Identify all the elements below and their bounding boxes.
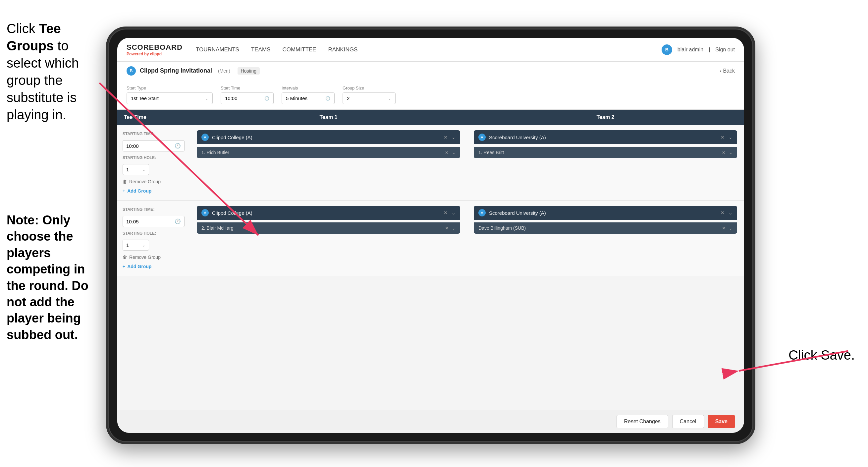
team2-name-2: Scoreboard University (A) (489, 210, 720, 216)
player-actions-2: ✕ ⌄ (722, 150, 733, 155)
remove-player-icon-3[interactable]: ✕ (445, 226, 448, 231)
close-icon[interactable]: ✕ (444, 135, 447, 140)
close-icon-2[interactable]: ✕ (720, 135, 724, 140)
add-group-button-1[interactable]: + Add Group (123, 188, 185, 194)
starting-hole-label-2: STARTING HOLE: (123, 231, 185, 236)
instruction-prefix: Click (7, 21, 39, 36)
team2-header-1[interactable]: A Scoreboard University (A) ✕ ⌄ (474, 130, 737, 144)
start-type-input[interactable]: 1st Tee Start ⌄ (127, 92, 213, 104)
team1-name-2: Clippd College (A) (212, 210, 444, 216)
time-input-2[interactable]: 10:05 🕐 (123, 216, 185, 227)
close-icon-4[interactable]: ✕ (720, 210, 724, 215)
team2-cell-2: A Scoreboard University (A) ✕ ⌄ Dave Bil… (467, 201, 744, 276)
team2-header-2[interactable]: A Scoreboard University (A) ✕ ⌄ (474, 206, 737, 220)
time-input-1[interactable]: 10:00 🕐 (123, 140, 185, 151)
th-team1: Team 1 (190, 110, 467, 125)
player-actions: ✕ ⌄ (445, 150, 456, 155)
player-chevron-icon-4[interactable]: ⌄ (729, 226, 733, 231)
nav-rankings[interactable]: RANKINGS (328, 45, 358, 54)
time-clock-icon-1: 🕐 (175, 143, 181, 149)
plus-icon-2: + (123, 264, 125, 269)
th-tee-time: Tee Time (117, 110, 190, 125)
bottom-toolbar: Reset Changes Cancel Save (117, 410, 744, 433)
player-chevron-icon-3[interactable]: ⌄ (452, 226, 456, 231)
hole-input-1[interactable]: 1 ⌄ (123, 164, 149, 175)
starting-time-label-1: STARTING TIME: (123, 132, 185, 136)
player-row-2-1[interactable]: 1. Rees Britt ✕ ⌄ (474, 147, 737, 158)
player-row-2-2[interactable]: Dave Billingham (SUB) ✕ ⌄ (474, 223, 737, 234)
tablet-screen: SCOREBOARD Powered by clippd TOURNAMENTS… (117, 38, 744, 433)
remove-player-icon-4[interactable]: ✕ (722, 226, 725, 231)
nav-right: B blair admin | Sign out (661, 45, 735, 55)
player-actions-4: ✕ ⌄ (722, 226, 733, 231)
clock-icon-2: 🕐 (326, 96, 330, 101)
chevron-up-icon-2[interactable]: ⌄ (728, 135, 733, 140)
player-chevron-icon[interactable]: ⌄ (452, 150, 456, 155)
sub-avatar: B (127, 66, 136, 76)
nav-teams[interactable]: TEAMS (251, 45, 271, 54)
save-button[interactable]: Save (708, 415, 735, 428)
table-row: STARTING TIME: 10:05 🕐 STARTING HOLE: 1 … (117, 201, 744, 276)
team2-icon-2: A (478, 209, 486, 216)
chevron-up-icon-3[interactable]: ⌄ (452, 210, 456, 215)
remove-group-button-2[interactable]: 🗑 Remove Group (123, 255, 185, 260)
chevron-down-icon: ⌄ (205, 96, 208, 101)
remove-player-icon-2[interactable]: ✕ (722, 150, 725, 155)
logo-sub: Powered by clippd (127, 52, 183, 56)
intervals-field: Intervals 5 Minutes 🕐 (282, 86, 335, 104)
start-time-field: Start Time 10:00 🕐 (221, 86, 274, 104)
close-icon-3[interactable]: ✕ (444, 210, 447, 215)
start-time-input[interactable]: 10:00 🕐 (221, 92, 274, 104)
time-value-1: 10:00 (126, 143, 139, 149)
intervals-input[interactable]: 5 Minutes 🕐 (282, 92, 335, 104)
group-size-field: Group Size 2 ⌄ (343, 86, 396, 104)
remove-group-button-1[interactable]: 🗑 Remove Group (123, 179, 185, 184)
player-row-1-2[interactable]: 2. Blair McHarg ✕ ⌄ (197, 223, 460, 234)
intervals-label: Intervals (282, 86, 335, 90)
chevron-down-icon-2: ⌄ (388, 96, 391, 101)
group-size-input[interactable]: 2 ⌄ (343, 92, 396, 104)
table-row: STARTING TIME: 10:00 🕐 STARTING HOLE: 1 … (117, 125, 744, 201)
back-button[interactable]: ‹ Back (720, 68, 735, 74)
start-time-value: 10:00 (225, 95, 238, 101)
instruction-text: Click Tee Groups to select which group t… (7, 20, 106, 123)
player-name-1-1: 1. Rich Butler (202, 150, 229, 155)
separator: | (709, 47, 710, 53)
logo-text: SCOREBOARD (127, 43, 183, 52)
team2-name-1: Scoreboard University (A) (489, 135, 720, 140)
team1-actions-1: ✕ ⌄ (444, 135, 456, 140)
chevron-up-icon[interactable]: ⌄ (452, 135, 456, 140)
team1-header-1[interactable]: A Clippd College (A) ✕ ⌄ (197, 130, 460, 144)
note-text: Note: Only choose the players competing … (7, 212, 103, 343)
sign-out-link[interactable]: Sign out (715, 47, 735, 53)
team2-icon-1: A (478, 134, 486, 141)
reset-changes-button[interactable]: Reset Changes (617, 415, 668, 428)
tablet-frame: SCOREBOARD Powered by clippd TOURNAMENTS… (106, 27, 755, 444)
starting-time-label-2: STARTING TIME: (123, 207, 185, 212)
plus-icon: + (123, 188, 125, 194)
chevron-up-icon-4[interactable]: ⌄ (728, 210, 733, 215)
hole-chevron-1: ⌄ (142, 167, 146, 172)
hole-input-2[interactable]: 1 ⌄ (123, 240, 149, 251)
team1-cell-1: A Clippd College (A) ✕ ⌄ 1. Rich Butler … (190, 125, 467, 200)
team1-icon-2: A (202, 209, 209, 216)
add-group-button-2[interactable]: + Add Group (123, 264, 185, 269)
team1-header-2[interactable]: A Clippd College (A) ✕ ⌄ (197, 206, 460, 220)
nav-committee[interactable]: COMMITTEE (282, 45, 316, 54)
trash-icon: 🗑 (123, 179, 127, 184)
team1-actions-2: ✕ ⌄ (444, 210, 456, 215)
player-row-1-1[interactable]: 1. Rich Butler ✕ ⌄ (197, 147, 460, 158)
hole-value-1: 1 (126, 167, 129, 172)
starting-hole-label-1: STARTING HOLE: (123, 155, 185, 160)
save-bold-label: Save. (821, 348, 855, 362)
remove-player-icon[interactable]: ✕ (445, 150, 448, 155)
nav-tournaments[interactable]: TOURNAMENTS (196, 45, 239, 54)
team1-name-1: Clippd College (A) (212, 135, 444, 140)
cancel-button[interactable]: Cancel (672, 415, 704, 428)
player-name-2-2: Dave Billingham (SUB) (478, 225, 526, 231)
logo-area: SCOREBOARD Powered by clippd (127, 43, 183, 56)
time-clock-icon-2: 🕐 (175, 218, 181, 224)
player-chevron-icon-2[interactable]: ⌄ (729, 150, 733, 155)
app-wrapper: SCOREBOARD Powered by clippd TOURNAMENTS… (117, 38, 744, 433)
hole-value-2: 1 (126, 242, 129, 248)
